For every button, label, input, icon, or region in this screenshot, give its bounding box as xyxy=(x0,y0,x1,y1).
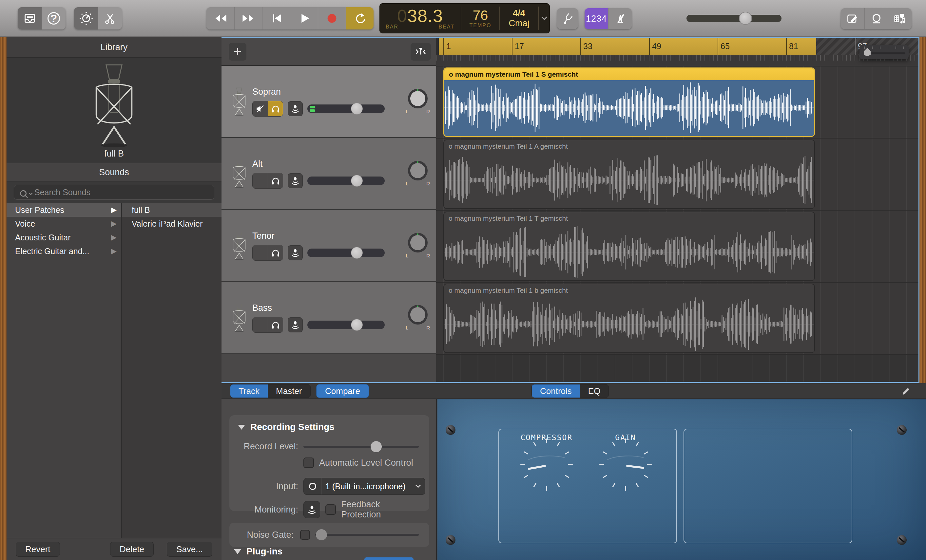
record-level-label: Record Level: xyxy=(238,441,303,451)
ruler[interactable]: 1 17 33 49 65 81 97 xyxy=(436,38,918,55)
noise-gate-checkbox[interactable] xyxy=(300,530,310,540)
track-lane-bass[interactable]: o magnum mysterium Teil 1 b gemischt xyxy=(436,282,918,355)
input-monitoring-button[interactable] xyxy=(288,101,303,116)
metronome-button[interactable] xyxy=(608,8,632,29)
record-button[interactable] xyxy=(318,7,346,29)
automatic-level-control-checkbox[interactable] xyxy=(303,457,314,468)
patch-full-b[interactable]: full B xyxy=(122,203,221,217)
search-input[interactable] xyxy=(14,185,214,200)
track-lane-tenor[interactable]: o magnum mysterium Teil 1 T gemischt xyxy=(436,211,918,282)
mute-button[interactable] xyxy=(253,317,268,332)
revert-button[interactable]: Revert xyxy=(16,542,60,557)
input-value: 1 (Built-in...icrophone) xyxy=(321,482,411,491)
region-title: o magnum mysterium Teil 1 S gemischt xyxy=(444,68,814,80)
track-header-sopran[interactable]: Sopran LR xyxy=(221,66,436,138)
solo-button[interactable] xyxy=(268,101,283,116)
library-toggle-button[interactable] xyxy=(18,7,42,29)
input-select[interactable]: 1 (Built-in...icrophone) xyxy=(303,478,425,495)
master-volume-slider[interactable] xyxy=(687,15,781,22)
solo-button[interactable] xyxy=(268,245,283,260)
media-browser-icon xyxy=(894,14,905,23)
track-lane-sopran[interactable]: o magnum mysterium Teil 1 S gemischt xyxy=(436,66,918,139)
delete-button[interactable]: Delete xyxy=(110,542,154,557)
smart-controls-button[interactable] xyxy=(74,7,98,29)
gain-knob[interactable] xyxy=(597,438,654,496)
track-volume-slider[interactable] xyxy=(307,177,385,185)
cycle-region[interactable] xyxy=(439,38,816,55)
tab-track[interactable]: Track xyxy=(230,385,268,398)
add-track-button[interactable]: + xyxy=(229,43,247,60)
tab-eq[interactable]: EQ xyxy=(580,385,609,398)
tab-controls[interactable]: Controls xyxy=(532,385,580,398)
volume-thumb[interactable] xyxy=(351,247,363,259)
track-lane-alt[interactable]: o magnum mysterium Teil 1 A gemischt xyxy=(436,139,918,211)
volume-thumb[interactable] xyxy=(351,319,363,331)
volume-thumb[interactable] xyxy=(351,103,363,115)
track-volume-slider[interactable] xyxy=(307,321,385,329)
play-button[interactable] xyxy=(290,7,318,29)
cycle-button[interactable] xyxy=(346,7,374,29)
monitoring-button[interactable] xyxy=(303,501,320,518)
plugins-header[interactable]: Plug-ins xyxy=(234,546,283,557)
track-header-alt[interactable]: Alt LR xyxy=(221,138,436,210)
recording-settings-header[interactable]: Recording Settings xyxy=(238,422,421,432)
region-sopran[interactable]: o magnum mysterium Teil 1 S gemischt xyxy=(443,68,815,137)
pan-knob[interactable] xyxy=(408,233,428,252)
input-monitoring-button[interactable] xyxy=(288,317,303,332)
noise-gate-slider[interactable] xyxy=(315,534,419,536)
save-button[interactable]: Save... xyxy=(167,542,212,557)
record-level-thumb[interactable] xyxy=(371,441,382,452)
timeline[interactable]: 1 17 33 49 65 81 97 o magnum mysterium T… xyxy=(436,38,918,382)
category-voice[interactable]: Voice▶ xyxy=(6,217,121,231)
zoom-slider-popup[interactable] xyxy=(859,45,909,59)
region-bass[interactable]: o magnum mysterium Teil 1 b gemischt xyxy=(443,284,815,353)
feedback-protection-checkbox[interactable] xyxy=(325,504,336,515)
pan-knob[interactable] xyxy=(408,305,428,325)
track-header-tenor[interactable]: Tenor LR xyxy=(221,210,436,282)
empty-lane-area[interactable] xyxy=(436,355,918,382)
count-in-button[interactable]: 1234 xyxy=(584,8,608,29)
mute-button[interactable] xyxy=(253,245,268,260)
track-volume-slider[interactable] xyxy=(307,104,385,113)
pan-knob[interactable] xyxy=(408,161,428,180)
track-header-bass[interactable]: Bass LR xyxy=(221,282,436,354)
solo-button[interactable] xyxy=(268,317,283,332)
editors-button[interactable] xyxy=(98,7,122,29)
loop-browser-button[interactable] xyxy=(864,8,888,29)
noise-gate-thumb[interactable] xyxy=(316,529,327,540)
record-level-slider[interactable] xyxy=(303,446,419,448)
lcd-mode-chevron[interactable] xyxy=(538,6,550,30)
category-user-patches[interactable]: User Patches▶ xyxy=(6,203,121,217)
rewind-button[interactable] xyxy=(206,7,234,29)
volume-thumb[interactable] xyxy=(351,175,363,187)
input-monitoring-button[interactable] xyxy=(288,245,303,260)
compressor-knob[interactable] xyxy=(518,438,575,496)
region-tenor[interactable]: o magnum mysterium Teil 1 T gemischt xyxy=(443,211,815,281)
category-electric-guitar[interactable]: Electric Guitar and...▶ xyxy=(6,244,121,258)
empty-controls-panel xyxy=(684,429,852,543)
master-volume-thumb[interactable] xyxy=(739,12,752,25)
tuner-button[interactable] xyxy=(557,8,578,29)
mute-button[interactable] xyxy=(253,101,268,116)
plugin-slot-partial[interactable] xyxy=(365,557,413,560)
patch-valerie-ipad-klavier[interactable]: Valerie iPad Klavier xyxy=(122,217,221,231)
mute-button[interactable] xyxy=(253,173,268,188)
region-alt[interactable]: o magnum mysterium Teil 1 A gemischt xyxy=(443,139,815,209)
compare-button[interactable]: Compare xyxy=(316,384,369,398)
lcd-display[interactable]: 038.3 BAR BEAT 76 TEMPO 4/4 Cmaj xyxy=(380,3,550,33)
media-browser-button[interactable] xyxy=(888,8,912,29)
solo-button[interactable] xyxy=(268,173,283,188)
fast-forward-button[interactable] xyxy=(234,7,262,29)
hide-track-controls-button[interactable] xyxy=(410,43,431,60)
category-acoustic-guitar[interactable]: Acoustic Guitar▶ xyxy=(6,231,121,244)
tab-master[interactable]: Master xyxy=(268,385,310,398)
zoom-slider-handle[interactable] xyxy=(864,48,871,56)
lcd-position-section: 038.3 BAR BEAT xyxy=(380,3,461,33)
patch-edit-button[interactable] xyxy=(900,386,912,397)
quick-help-button[interactable]: ? xyxy=(42,7,65,29)
go-to-beginning-button[interactable] xyxy=(262,7,290,29)
note-pad-button[interactable] xyxy=(841,8,864,29)
track-volume-slider[interactable] xyxy=(307,249,385,257)
pan-knob[interactable] xyxy=(408,89,428,109)
input-monitoring-button[interactable] xyxy=(288,173,303,188)
